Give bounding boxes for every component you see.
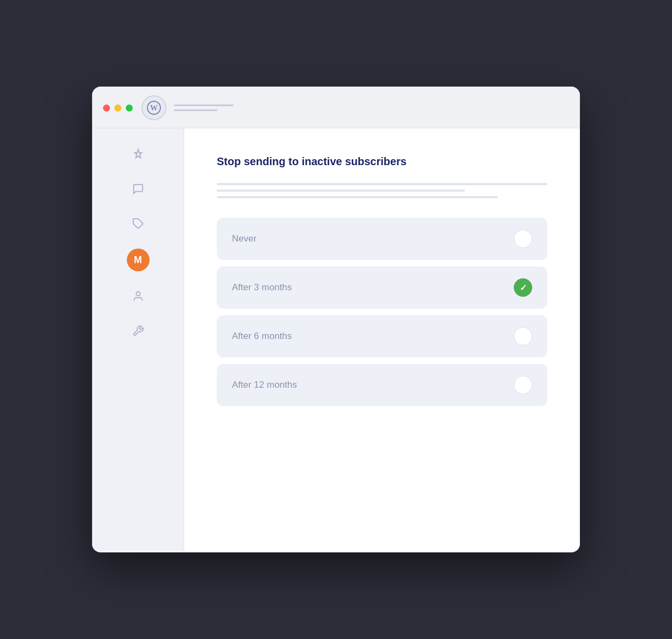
pin-icon[interactable] — [128, 145, 148, 164]
minimize-button[interactable] — [114, 105, 121, 112]
option-12months-label: After 12 months — [232, 380, 297, 390]
content-area: Stop sending to inactive subscribers Nev… — [184, 128, 580, 551]
option-6months[interactable]: After 6 months — [217, 315, 547, 357]
window-controls — [103, 105, 133, 112]
option-3months-label: After 3 months — [232, 282, 292, 293]
wrench-icon[interactable] — [128, 321, 148, 341]
desc-line-3 — [217, 196, 498, 198]
options-list: Never After 3 months ✓ After 6 months — [217, 218, 547, 406]
svg-point-3 — [136, 292, 140, 296]
option-6months-label: After 6 months — [232, 331, 292, 342]
title-line-2 — [174, 109, 217, 111]
user-avatar[interactable]: M — [127, 249, 150, 271]
option-3months-radio: ✓ — [514, 278, 532, 297]
option-12months-radio — [514, 376, 532, 394]
title-bar-content: W — [141, 95, 569, 120]
option-never-radio — [514, 230, 532, 248]
section-title: Stop sending to inactive subscribers — [217, 155, 547, 168]
close-button[interactable] — [103, 105, 110, 112]
user-icon[interactable] — [128, 286, 148, 306]
title-line-1 — [174, 105, 234, 106]
desc-line-2 — [217, 190, 465, 192]
title-bar: W — [92, 87, 580, 128]
svg-text:W: W — [150, 104, 158, 112]
main-layout: M Stop sending to inactive subscribers — [92, 128, 580, 551]
sidebar: M — [92, 128, 184, 551]
wordpress-logo: W — [141, 95, 166, 120]
comment-icon[interactable] — [128, 179, 148, 199]
tag-icon[interactable] — [128, 214, 148, 233]
option-6months-radio — [514, 327, 532, 345]
title-bar-lines — [174, 105, 234, 111]
option-never-label: Never — [232, 233, 256, 244]
avatar-letter: M — [134, 255, 142, 266]
browser-window: W — [92, 87, 580, 552]
maximize-button[interactable] — [126, 105, 133, 112]
option-3months[interactable]: After 3 months ✓ — [217, 266, 547, 309]
option-12months[interactable]: After 12 months — [217, 364, 547, 406]
checkmark-icon: ✓ — [520, 283, 527, 293]
description-lines — [217, 183, 547, 198]
desc-line-1 — [217, 183, 547, 185]
option-never[interactable]: Never — [217, 218, 547, 260]
